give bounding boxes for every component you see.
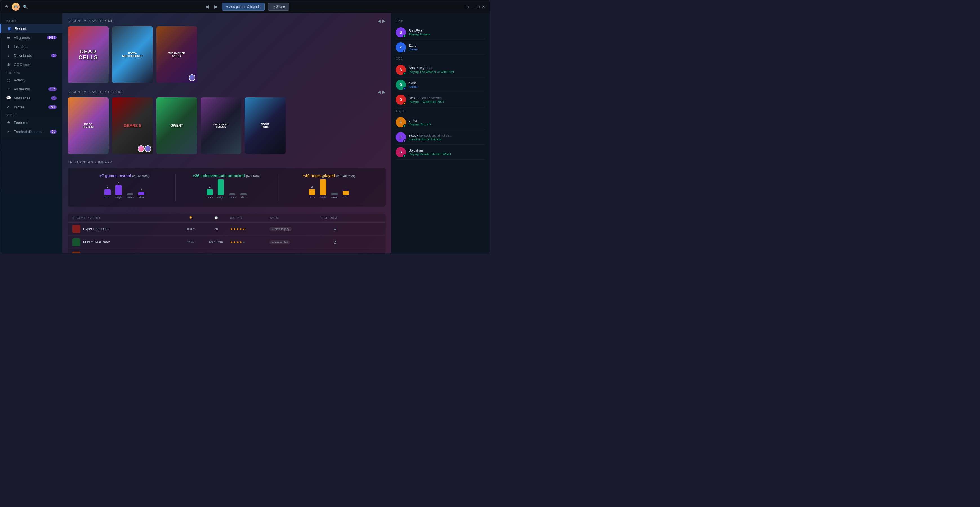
ach-gog-bar-group: 2 GOG (207, 185, 213, 199)
games-xbox-bar-group: 1 Xbox (138, 188, 145, 199)
ach-xbox-bar (240, 193, 247, 195)
recently-played-others-title: RECENTLY PLAYED BY OTHERS (68, 90, 123, 94)
settings-icon[interactable]: ⚙ (5, 5, 8, 9)
friend-item-arthurslay[interactable]: A ArthurSlay GoG Playing The Witcher 3: … (396, 62, 485, 78)
friend-item-bullseye[interactable]: B BullsEye Playing Fortnite (396, 25, 485, 40)
hrs-xbox-bar (343, 191, 349, 195)
game-card-banner[interactable]: THE BANNERSAGA 2 (156, 27, 197, 83)
game-card-darksiders[interactable]: DARKSIDERSGENESIS (200, 97, 241, 154)
minimize-button[interactable]: — (471, 5, 475, 9)
games-steam-bar (127, 193, 133, 195)
table-row[interactable]: Mutant Year Zero: 55% 6h 40min ★★★★★ ✦ F… (68, 236, 385, 249)
main-layout: GAMES ▣ Recent ☰ All games 1493 ⬇ Instal… (0, 13, 490, 253)
emter-status-dot (403, 124, 406, 127)
elcook-name: elcook luk cook captain of de... (409, 134, 485, 137)
others-prev-button[interactable]: ◀ (378, 89, 381, 94)
recently-added-section: RECENTLY ADDED 🏆 🕐 RATING TAGS PLATFORM … (68, 214, 385, 253)
close-button[interactable]: ✕ (482, 5, 485, 9)
games-stat: +7 games owned (2,143 total) (73, 174, 175, 178)
sidebar-item-activity[interactable]: ◎ Activity (0, 75, 62, 84)
emter-status: Playing Gears 5 (409, 123, 485, 126)
dead-cells-art: DEADCELLS (68, 27, 109, 83)
sidebar-item-gog[interactable]: ◈ GOG.com (0, 60, 62, 69)
pin-button[interactable]: ⊞ (466, 5, 469, 9)
oxina-info: oxina Online (409, 81, 485, 88)
sidebar-item-recent[interactable]: ▣ Recent (0, 24, 62, 33)
oxina-status: Online (409, 85, 485, 88)
me-prev-button[interactable]: ◀ (378, 19, 381, 23)
col-header-platform: PLATFORM (315, 216, 337, 219)
sidebar-item-tracked[interactable]: ✂ Tracked discounts 21 (0, 127, 62, 136)
sidebar-label-featured: Featured (14, 121, 57, 125)
sidebar-item-featured[interactable]: ★ Featured (0, 118, 62, 127)
maximize-button[interactable]: □ (477, 5, 480, 9)
me-next-button[interactable]: ▶ (382, 19, 385, 23)
downloads-badge: 3 (51, 54, 57, 57)
friend-item-oxina[interactable]: O oxina Online (396, 78, 485, 92)
arthurslay-info: ArthurSlay GoG Playing The Witcher 3: Wi… (409, 66, 485, 73)
sidebar-item-downloads[interactable]: ↓ Downloads 3 (0, 51, 62, 60)
bullseye-avatar: B (396, 27, 406, 37)
game-card-gears5[interactable]: GEARS 5 (112, 97, 153, 154)
summary-title: THIS MONTH'S SUMMARY (68, 161, 385, 164)
emter-info: emter Playing Gears 5 (409, 119, 485, 126)
messages-badge: 1 (51, 96, 57, 100)
table-row[interactable]: NBA 2k19: The 4% 45min ★★★★★ ✦ Favourite… (68, 249, 385, 253)
recently-played-others-row: DISCOELYSIUM GEARS 5 GWENT (68, 97, 385, 154)
destro-info: Destro Piotr Karwowski Playing - Cyberpu… (409, 96, 485, 104)
hrs-steam-bar (331, 193, 338, 195)
friend-item-elcook[interactable]: E elcook luk cook captain of de... In me… (396, 130, 485, 145)
banner-player-avatar (189, 74, 196, 81)
share-button[interactable]: ↗ Share (268, 3, 289, 11)
all-games-icon: ☰ (6, 35, 11, 40)
game-card-dead-cells[interactable]: DEADCELLS (68, 27, 109, 83)
solostran-info: Solostran Playing Monster Hunter: World (409, 148, 485, 156)
app-window: ⚙ 🎮 🔍 ◀ ▶ + Add games & friends ↗ Share … (0, 0, 490, 254)
gog-section-label: GOG (396, 57, 485, 60)
nba-thumb (72, 252, 80, 253)
sidebar: GAMES ▣ Recent ☰ All games 1493 ⬇ Instal… (0, 13, 62, 253)
search-icon[interactable]: 🔍 (23, 5, 28, 9)
sidebar-label-messages: Messages (14, 96, 48, 100)
all-friends-icon: ≡ (6, 87, 11, 91)
game-card-frostpunk[interactable]: FROSTPUNK (245, 97, 286, 154)
sidebar-item-all-games[interactable]: ☰ All games 1493 (0, 33, 62, 42)
game-name-cell-mutant: Mutant Year Zero: (72, 238, 180, 246)
back-button[interactable]: ◀ (204, 3, 210, 10)
add-games-friends-button[interactable]: + Add games & friends (222, 3, 265, 11)
avatar[interactable]: 🎮 (12, 3, 20, 11)
game-name-cell-nba: NBA 2k19: The (72, 252, 180, 253)
elcook-avatar: E (396, 132, 406, 142)
bullseye-info: BullsEye Playing Fortnite (409, 29, 485, 36)
ach-xbox-bar-group: Xbox (240, 192, 247, 199)
games-origin-bar-group: 4 Origin (115, 181, 122, 199)
others-next-button[interactable]: ▶ (382, 89, 385, 94)
content-two-col: RECENTLY PLAYED BY OTHERS ◀ ▶ DISCOELYSI… (68, 89, 385, 161)
friend-item-destro[interactable]: D Destro Piotr Karwowski Playing - Cyber… (396, 92, 485, 107)
featured-icon: ★ (6, 120, 11, 125)
hrs-gog-bar-group: 2 GOG (309, 185, 315, 199)
forward-button[interactable]: ▶ (213, 3, 219, 10)
sidebar-label-tracked: Tracked discounts (14, 129, 47, 134)
activity-icon: ◎ (6, 78, 11, 82)
friend-item-solostran[interactable]: S Solostran Playing Monster Hunter: Worl… (396, 145, 485, 160)
table-header: RECENTLY ADDED 🏆 🕐 RATING TAGS PLATFORM (68, 214, 385, 223)
friend-item-zane[interactable]: Z Zane Online (396, 40, 485, 55)
mutant-time: 6h 40min (202, 240, 230, 244)
game-card-gwent[interactable]: GWENT (156, 97, 197, 154)
sidebar-item-invites[interactable]: ✓ Invites 240 (0, 102, 62, 112)
all-games-badge: 1493 (47, 36, 57, 40)
sidebar-item-all-friends[interactable]: ≡ All friends 152 (0, 84, 62, 94)
frostpunk-art: FROSTPUNK (245, 97, 286, 154)
game-card-disco[interactable]: DISCOELYSIUM (68, 97, 109, 154)
hyper-time: 2h (202, 227, 230, 231)
messages-icon: 💬 (6, 96, 11, 100)
bullseye-status: Playing Fortnite (409, 33, 485, 36)
sidebar-label-installed: Installed (14, 45, 57, 49)
game-card-forza[interactable]: FORZAMOTORSPORT 7 (112, 27, 153, 83)
table-row[interactable]: Hyper Light Drifter 100% 2h ★★★★★ ✦ New … (68, 223, 385, 236)
sidebar-item-installed[interactable]: ⬇ Installed (0, 42, 62, 51)
sidebar-item-messages[interactable]: 💬 Messages 1 (0, 94, 62, 102)
friend-item-emter[interactable]: E emter Playing Gears 5 (396, 115, 485, 130)
xbox-section-label: XBOX (396, 110, 485, 113)
